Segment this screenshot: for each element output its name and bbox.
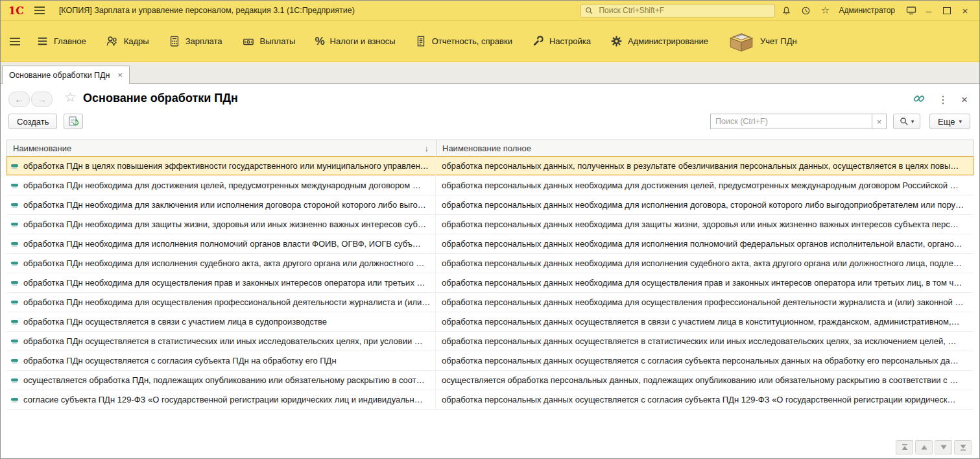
- copy-button[interactable]: [64, 114, 83, 129]
- get-link-icon[interactable]: [913, 93, 925, 106]
- cell-fullname: обработка персональных данных осуществля…: [436, 390, 974, 409]
- row-full: обработка персональных данных необходима…: [442, 200, 964, 210]
- cell-fullname: обработка персональных данных осуществля…: [436, 332, 974, 351]
- tab-close-icon[interactable]: ×: [117, 70, 123, 80]
- maximize-button[interactable]: [938, 3, 956, 18]
- section-kadry[interactable]: Кадры: [96, 21, 159, 62]
- list-search-input[interactable]: [710, 114, 872, 129]
- more-actions-button[interactable]: Еще ▾: [929, 114, 970, 129]
- maximize-icon: [943, 7, 951, 14]
- row-name: обработка ПДн осуществляется в связи с у…: [23, 317, 327, 327]
- section-label: Кадры: [124, 36, 149, 46]
- cell-name: обработка ПДн осуществляется в связи с у…: [6, 312, 436, 331]
- create-button-label: Создать: [17, 117, 49, 127]
- section-glavnoe[interactable]: Главное: [27, 21, 96, 62]
- tab-osnovanie-obrabotki-pdn[interactable]: Основание обработки ПДн ×: [2, 66, 130, 84]
- table-row[interactable]: обработка ПДн в целях повышения эффектив…: [6, 156, 974, 176]
- back-button[interactable]: ←: [8, 92, 30, 107]
- copy-document-icon: [67, 116, 79, 127]
- table-row[interactable]: обработка ПДн необходима для осуществлен…: [6, 293, 974, 312]
- menu-icon: [36, 35, 49, 47]
- close-window-button[interactable]: ×: [956, 3, 974, 18]
- add-favorite-star-icon[interactable]: ☆: [64, 90, 77, 105]
- table-row[interactable]: обработка ПДн необходима для заключения …: [6, 195, 974, 215]
- row-name: обработка ПДн необходима для исполнения …: [23, 239, 421, 249]
- column-header-fullname[interactable]: Наименование полное: [436, 143, 973, 153]
- section-label: Главное: [54, 36, 86, 46]
- global-search-input[interactable]: [597, 5, 771, 16]
- table-row[interactable]: согласие субъекта ПДн 129-ФЗ «О государс…: [6, 390, 974, 410]
- scroll-up-button[interactable]: [915, 440, 933, 454]
- section-vyplaty[interactable]: Выплаты: [232, 21, 305, 62]
- report-icon: [415, 35, 427, 47]
- close-form-icon[interactable]: ×: [961, 94, 968, 105]
- row-name: обработка ПДн осуществляется с согласия …: [23, 356, 337, 366]
- search-icon: [585, 6, 593, 15]
- catalog-item-icon: [10, 395, 19, 404]
- page-title: Основание обработки ПДн: [83, 92, 238, 105]
- wrench-icon: [532, 35, 544, 47]
- section-label: Отчетность, справки: [432, 36, 512, 46]
- dropdown-arrow-icon: ▾: [959, 118, 962, 125]
- table-row[interactable]: обработка ПДн осуществляется в связи с у…: [6, 312, 974, 332]
- section-administrirovanie[interactable]: Администрирование: [601, 21, 718, 62]
- section-zarplata[interactable]: Зарплата: [159, 21, 232, 62]
- table-row[interactable]: обработка ПДн необходима для защиты жизн…: [6, 215, 974, 234]
- sections-panel: Главное Кадры Зарплата Выплаты % Налоги …: [1, 20, 979, 62]
- dropdown-arrow-icon: ▾: [911, 118, 914, 125]
- history-icon[interactable]: [797, 3, 814, 18]
- table-row[interactable]: обработка ПДн необходима для исполнения …: [6, 254, 974, 273]
- table-row[interactable]: обработка ПДн необходима для достижения …: [6, 176, 974, 195]
- cell-name: обработка ПДн необходима для защиты жизн…: [6, 215, 436, 234]
- cell-fullname: обработка персональных данных необходима…: [436, 273, 974, 292]
- cell-fullname: обработка персональных данных необходима…: [436, 254, 974, 273]
- section-label: Учет ПДн: [760, 36, 797, 46]
- global-search-field[interactable]: [580, 4, 775, 18]
- section-otchetnost[interactable]: Отчетность, справки: [405, 21, 522, 62]
- card-box-icon: [728, 31, 755, 53]
- row-full: обработка персональных данных осуществля…: [442, 317, 960, 327]
- row-full: обработка персональных данных осуществля…: [442, 356, 959, 366]
- section-label: Администрирование: [628, 36, 708, 46]
- tab-bar: Основание обработки ПДн ×: [1, 63, 979, 84]
- table-row[interactable]: осуществляется обработка ПДн, подлежащих…: [6, 371, 974, 390]
- connection-status-icon[interactable]: [903, 3, 920, 18]
- row-full: обработка персональных данных необходима…: [442, 278, 962, 288]
- cell-name: обработка ПДн необходима для исполнения …: [6, 234, 436, 253]
- scroll-top-button[interactable]: [896, 440, 913, 454]
- forward-button[interactable]: →: [31, 92, 53, 107]
- scroll-bottom-button[interactable]: [954, 440, 972, 454]
- favorites-star-icon[interactable]: ☆: [817, 3, 833, 18]
- cell-fullname: обработка персональных данных, полученны…: [436, 156, 974, 175]
- find-button[interactable]: ▾: [893, 114, 920, 129]
- payments-icon: [242, 36, 255, 47]
- row-full: обработка персональных данных осуществля…: [442, 395, 956, 404]
- cell-fullname: обработка персональных данных необходима…: [436, 215, 974, 234]
- notifications-bell-icon[interactable]: [778, 3, 795, 18]
- catalog-item-icon: [10, 337, 19, 345]
- row-full: обработка персональных данных, полученны…: [442, 161, 959, 171]
- table-row[interactable]: обработка ПДн необходима для исполнения …: [6, 234, 974, 254]
- more-options-icon[interactable]: ⋮: [938, 95, 948, 105]
- section-uchet-pdn[interactable]: Учет ПДн: [718, 21, 807, 62]
- row-name: согласие субъекта ПДн 129-ФЗ «О государс…: [23, 395, 423, 404]
- cell-name: обработка ПДн необходима для заключения …: [6, 195, 436, 214]
- column-name-label: Наименование: [13, 143, 71, 153]
- gear-icon: [610, 35, 623, 47]
- minimize-button[interactable]: –: [920, 3, 938, 18]
- column-header-name[interactable]: Наименование ↓: [7, 140, 436, 156]
- row-full: обработка персональных данных необходима…: [442, 239, 962, 249]
- hamburger-menu-icon[interactable]: [10, 38, 20, 45]
- section-nalogi[interactable]: % Налоги и взносы: [305, 21, 405, 62]
- scroll-down-button[interactable]: [935, 440, 952, 454]
- table-row[interactable]: обработка ПДн необходима для осуществлен…: [6, 273, 974, 293]
- create-button[interactable]: Создать: [8, 114, 57, 129]
- table-row[interactable]: обработка ПДн осуществляется в статистич…: [6, 332, 974, 351]
- more-button-label: Еще: [938, 117, 955, 127]
- section-nastroyka[interactable]: Настройка: [522, 21, 601, 62]
- cell-fullname: обработка персональных данных необходима…: [436, 195, 974, 214]
- table-row[interactable]: обработка ПДн осуществляется с согласия …: [6, 351, 974, 371]
- clear-search-icon[interactable]: ×: [872, 114, 887, 129]
- main-menu-icon[interactable]: [34, 6, 45, 14]
- section-label: Налоги и взносы: [330, 36, 396, 46]
